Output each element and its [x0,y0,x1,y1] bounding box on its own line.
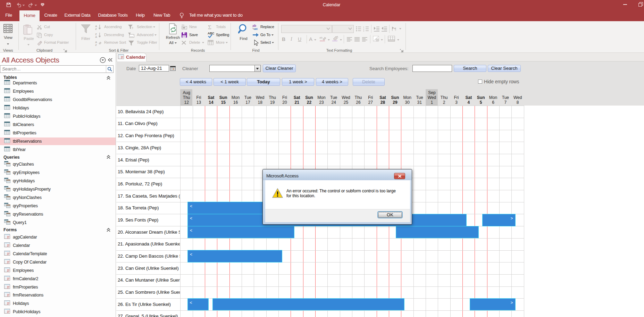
svg-text:ABC: ABC [208,32,214,35]
svg-text:Z: Z [95,43,97,46]
svg-text:ac: ac [254,27,258,30]
svg-text:3: 3 [363,30,364,32]
svg-text:A: A [95,35,97,38]
svg-text:ab: ab [319,36,323,39]
svg-text:¶: ¶ [394,27,396,31]
svg-text:Σ: Σ [208,24,211,30]
svg-text:Z: Z [95,27,97,30]
